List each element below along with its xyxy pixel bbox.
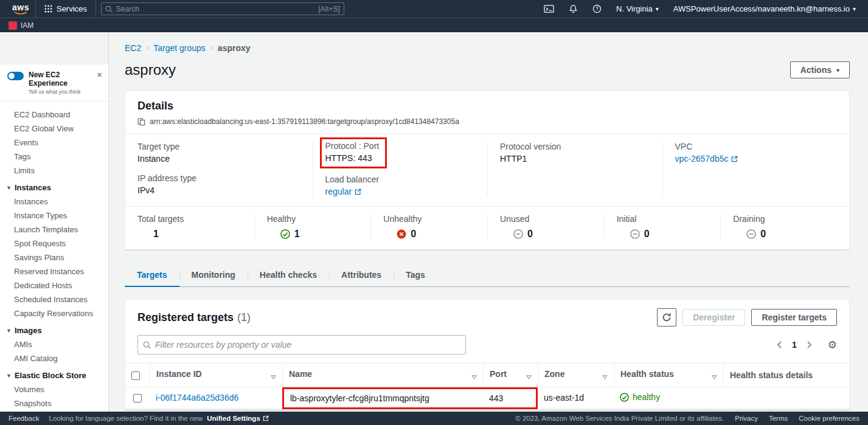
aws-logo[interactable]: aws xyxy=(6,4,35,15)
cookie-preferences-link[interactable]: Cookie preferences xyxy=(799,415,859,422)
sidebar-item-amis[interactable]: AMIs xyxy=(0,337,108,351)
sort-icon[interactable] xyxy=(602,375,608,379)
tab-health-checks[interactable]: Health checks xyxy=(248,264,329,286)
target-zone-cell: us-east-1d xyxy=(538,387,614,409)
sidebar-item-instances[interactable]: Instances xyxy=(0,195,108,209)
search-input[interactable] xyxy=(116,5,318,13)
new-experience-subtitle: Tell us what you think xyxy=(29,89,92,95)
cloudshell-button[interactable] xyxy=(538,0,560,18)
notifications-button[interactable] xyxy=(563,0,584,18)
external-link-icon xyxy=(731,156,738,162)
global-search[interactable]: [Alt+S] xyxy=(101,2,344,15)
sidebar-item-events[interactable]: Events xyxy=(0,136,108,150)
search-shortcut-hint: [Alt+S] xyxy=(318,5,340,13)
sidebar-item-instance-types[interactable]: Instance Types xyxy=(0,209,108,223)
sidebar-item-ec2-global-view[interactable]: EC2 Global View xyxy=(0,122,108,136)
sidebar-section-elastic-block-store[interactable]: ▼ Elastic Block Store xyxy=(0,365,108,382)
section-title-label: Elastic Block Store xyxy=(15,371,86,380)
instance-id-link[interactable]: i-06f1744a6a25d36d6 xyxy=(156,393,238,403)
sort-icon[interactable] xyxy=(471,375,477,379)
tab-monitoring[interactable]: Monitoring xyxy=(179,264,248,286)
sidebar-section-images[interactable]: ▼ Images xyxy=(0,320,108,337)
sort-icon[interactable] xyxy=(271,375,276,379)
unified-settings-link[interactable]: Unified Settings xyxy=(207,415,269,422)
help-button[interactable]: ? xyxy=(586,0,608,18)
sidebar-item-spot-requests[interactable]: Spot Requests xyxy=(0,237,108,251)
sidebar-item-capacity-reservations[interactable]: Capacity Reservations xyxy=(0,306,108,320)
sidebar-item-tags[interactable]: Tags xyxy=(0,150,108,164)
new-experience-panel: New EC2 Experience Tell us what you thin… xyxy=(0,64,108,102)
sidebar-item-savings-plans[interactable]: Savings Plans xyxy=(0,251,108,264)
services-menu-button[interactable]: Services xyxy=(36,0,95,18)
iam-service-icon xyxy=(9,21,17,30)
field-value: Instance xyxy=(137,154,303,164)
topbar-divider xyxy=(95,0,96,18)
pagination: 1 ⚙ xyxy=(776,340,837,350)
feedback-link[interactable]: Feedback xyxy=(9,415,40,422)
breadcrumb-target-groups[interactable]: Target groups xyxy=(153,43,206,53)
tab-targets[interactable]: Targets xyxy=(125,264,179,286)
column-header-name[interactable]: Name xyxy=(282,363,483,387)
copy-icon[interactable] xyxy=(137,118,145,126)
registered-targets-header: Registered targets (1) Deregister Regist… xyxy=(125,300,849,334)
vpc-id: vpc-2657db5c xyxy=(675,154,729,164)
target-name-cell-annotated: lb-asproxytyler-cfcg8jru1tmmqpntsjtg xyxy=(282,387,483,409)
sidebar-item-volumes[interactable]: Volumes xyxy=(0,382,108,396)
breadcrumb-ec2[interactable]: EC2 xyxy=(125,43,141,53)
new-experience-toggle[interactable] xyxy=(7,72,24,80)
help-icon: ? xyxy=(592,4,602,13)
column-header-instance-id[interactable]: Instance ID xyxy=(150,363,282,387)
sidebar-item-ec2-dashboard[interactable]: EC2 Dashboard xyxy=(0,108,108,122)
column-header-zone[interactable]: Zone xyxy=(538,363,614,387)
refresh-button[interactable] xyxy=(657,308,676,327)
sort-icon[interactable] xyxy=(526,375,532,379)
previous-page-button[interactable] xyxy=(776,340,783,350)
stat-number: 0 xyxy=(644,229,650,240)
field-protocol-port: Protocol : Port HTTPS: 443 xyxy=(325,142,478,165)
actions-button[interactable]: Actions ▾ xyxy=(790,61,850,78)
field-label: IP address type xyxy=(137,173,303,183)
close-icon[interactable]: × xyxy=(97,71,102,79)
stat-label: Unused xyxy=(500,214,604,224)
load-balancer-link[interactable]: regular xyxy=(325,187,362,196)
filter-input[interactable] xyxy=(155,340,460,350)
chevron-down-icon: ▾ xyxy=(853,5,856,12)
search-icon xyxy=(105,5,113,13)
column-header-port[interactable]: Port xyxy=(483,363,538,387)
registered-targets-table: Instance ID Name Port xyxy=(125,363,849,409)
region-selector[interactable]: N. Virginia ▾ xyxy=(610,0,665,18)
account-menu[interactable]: AWSPowerUserAccess/navaneeth.kn@harness.… xyxy=(667,0,862,18)
terms-link[interactable]: Terms xyxy=(769,415,788,422)
row-checkbox[interactable] xyxy=(133,394,142,403)
tab-tags[interactable]: Tags xyxy=(394,264,437,286)
sidebar-item-ami-catalog[interactable]: AMI Catalog xyxy=(0,351,108,365)
sidebar-item-scheduled-instances[interactable]: Scheduled Instances xyxy=(0,292,108,306)
sidebar-item-launch-templates[interactable]: Launch Templates xyxy=(0,223,108,237)
vpc-link[interactable]: vpc-2657db5c xyxy=(675,154,738,164)
sort-icon[interactable] xyxy=(712,375,717,379)
table-settings-button[interactable]: ⚙ xyxy=(828,340,837,350)
column-header-health-status[interactable]: Health status xyxy=(614,363,723,387)
privacy-link[interactable]: Privacy xyxy=(735,415,758,422)
field-label: Protocol : Port xyxy=(325,141,380,151)
sidebar-item-dedicated-hosts[interactable]: Dedicated Hosts xyxy=(0,278,108,292)
current-page-number[interactable]: 1 xyxy=(792,340,797,350)
stat-number: 1 xyxy=(153,229,159,240)
table-header-row: Instance ID Name Port xyxy=(125,363,849,387)
external-link-icon xyxy=(263,415,269,421)
annotation-red-box-protocol-port: Protocol : Port HTTPS: 443 xyxy=(320,137,387,168)
favorite-iam-link[interactable]: IAM xyxy=(9,21,33,30)
sidebar-item-snapshots[interactable]: Snapshots xyxy=(0,396,108,410)
field-load-balancer: Load balancer regular xyxy=(325,174,478,196)
select-all-checkbox[interactable] xyxy=(131,371,140,380)
tab-attributes[interactable]: Attributes xyxy=(329,264,394,286)
sidebar-item-limits[interactable]: Limits xyxy=(0,164,108,178)
next-page-button[interactable] xyxy=(805,340,813,350)
registered-targets-actions: Deregister Register targets xyxy=(657,308,837,327)
chevron-down-icon: ▾ xyxy=(656,5,659,12)
sidebar-section-instances[interactable]: ▼ Instances xyxy=(0,178,108,195)
field-label: Load balancer xyxy=(325,174,478,184)
register-targets-button[interactable]: Register targets xyxy=(751,309,837,326)
deregister-button[interactable]: Deregister xyxy=(682,309,745,326)
sidebar-item-reserved-instances[interactable]: Reserved Instances xyxy=(0,264,108,278)
